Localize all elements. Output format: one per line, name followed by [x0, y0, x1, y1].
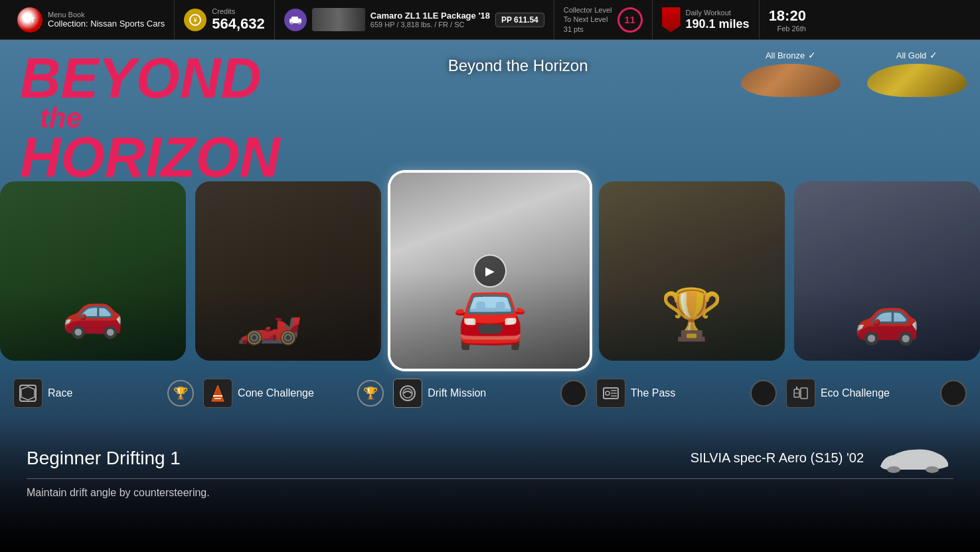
pp-badge: PP 611.54: [495, 13, 544, 27]
time-section: 18:20 Feb 26th: [760, 0, 815, 39]
bronze-check: ✓: [808, 50, 816, 60]
svg-point-13: [606, 391, 610, 395]
collector-section: Collector Level To Next Level 31 pts 11: [554, 0, 653, 39]
label-pass: The Pass: [596, 379, 777, 408]
svg-rect-20: [801, 388, 807, 399]
svg-point-4: [290, 22, 293, 25]
bronze-car-shape: [741, 64, 841, 97]
collector-label: Collector Level: [564, 5, 612, 15]
card-pass[interactable]: 🏆: [599, 181, 785, 361]
race-description: Maintain drift angle by countersteering.: [27, 487, 953, 499]
credits-value: 564,632: [212, 15, 265, 33]
main-content: Beyond the Horizon Beyond the Horizon Al…: [0, 40, 980, 552]
daily-value: 190.1 miles: [686, 17, 750, 31]
credits-label: Credits: [212, 7, 265, 15]
card-race[interactable]: 🚗: [0, 181, 186, 361]
eco-label: Eco Challenge: [821, 387, 935, 399]
daily-section: Daily Workout 190.1 miles: [653, 0, 760, 39]
label-cone: Cone Challenge 🏆: [203, 379, 384, 408]
menu-info: Menu Book Collection: Nissan Sports Cars: [48, 11, 165, 29]
collection-label: Collection: Nissan Sports Cars: [48, 19, 165, 29]
daily-label: Daily Workout: [686, 8, 750, 17]
credits-icon: ¥: [184, 9, 206, 31]
drift-label: Drift Mission: [428, 387, 555, 399]
collector-level: 11: [617, 7, 643, 33]
labels-row: Race 🏆 Cone Challenge 🏆 Drift Mission Th…: [0, 379, 980, 408]
car-info: Camaro ZL1 1LE Package '18 659 HP / 3,81…: [370, 11, 490, 29]
cone-label: Cone Challenge: [238, 387, 352, 399]
credits-section: ¥ Credits 564,632: [175, 0, 275, 39]
gold-label: All Gold ✓: [896, 50, 938, 60]
card-drift[interactable]: 🚘 ▶: [390, 173, 590, 369]
current-time: 18:20: [769, 7, 806, 25]
car-icon: [284, 9, 307, 31]
title-horizon: Horizon: [20, 132, 280, 183]
drift-icon: [393, 379, 422, 408]
pass-label: The Pass: [631, 387, 745, 399]
drift-status: [560, 380, 587, 407]
gold-reward: All Gold ✓: [867, 50, 967, 97]
bronze-label: All Bronze ✓: [766, 50, 816, 60]
cone-trophy: 🏆: [357, 380, 384, 407]
svg-point-5: [298, 22, 301, 25]
pass-status: [750, 380, 777, 407]
gt-logo-section: GT Menu Book Collection: Nissan Sports C…: [8, 0, 175, 39]
current-date: Feb 26th: [769, 25, 806, 33]
title-beyond: Beyond: [20, 53, 280, 104]
car-silhouette: [874, 443, 953, 473]
cone-icon: [203, 379, 232, 408]
race-label: Race: [48, 387, 162, 399]
topbar: GT Menu Book Collection: Nissan Sports C…: [0, 0, 980, 40]
race-title-row: Beginner Drifting 1 SILVIA spec-R Aero (…: [27, 443, 953, 473]
label-race: Race 🏆: [13, 379, 194, 408]
cards-row: 🚗 🏎️ 🚘 ▶ 🏆 🚗: [0, 173, 980, 369]
svg-point-22: [926, 466, 939, 473]
label-eco: Eco Challenge: [786, 379, 967, 408]
label-drift: Drift Mission: [393, 379, 587, 408]
gold-check: ✓: [930, 50, 938, 60]
card-cone[interactable]: 🏎️: [195, 181, 381, 361]
menu-label: Menu Book: [48, 11, 165, 19]
svg-text:¥: ¥: [193, 17, 198, 24]
daily-icon: [662, 7, 681, 33]
car-thumbnail: [312, 8, 365, 31]
time-info: 18:20 Feb 26th: [769, 7, 806, 33]
pass-icon: [596, 379, 625, 408]
race-icon: [13, 379, 42, 408]
credits-info: Credits 564,632: [212, 7, 265, 33]
play-button[interactable]: ▶: [473, 254, 507, 288]
collector-pts: 31 pts: [564, 25, 612, 34]
eco-icon: [786, 379, 815, 408]
svg-rect-6: [20, 385, 36, 401]
car-name-right: SILVIA spec-R Aero (S15) '02: [691, 443, 953, 473]
race-trophy: 🏆: [167, 380, 194, 407]
car-name: Camaro ZL1 1LE Package '18: [370, 11, 490, 21]
rewards-section: All Bronze ✓ All Gold ✓: [741, 50, 967, 97]
bronze-reward: All Bronze ✓: [741, 50, 841, 97]
next-level-label: To Next Level: [564, 15, 612, 24]
car-section[interactable]: Camaro ZL1 1LE Package '18 659 HP / 3,81…: [275, 0, 554, 39]
race-title: Beginner Drifting 1: [27, 448, 181, 469]
eco-status: [940, 380, 967, 407]
gold-car-shape: [867, 64, 967, 97]
event-title-large: Beyond the Horizon: [20, 53, 280, 183]
car-name-text: SILVIA spec-R Aero (S15) '02: [691, 450, 864, 466]
svg-rect-3: [291, 17, 298, 20]
card-eco[interactable]: 🚗: [794, 181, 980, 361]
center-title: Beyond the Horizon: [448, 56, 588, 75]
car-stats: 659 HP / 3,818 lbs. / FR / SC: [370, 21, 490, 29]
gt-logo: GT: [17, 7, 42, 33]
collector-info: Collector Level To Next Level 31 pts: [564, 5, 612, 34]
svg-point-21: [887, 466, 900, 473]
bottom-info: Beginner Drifting 1 SILVIA spec-R Aero (…: [27, 443, 953, 499]
divider: [27, 478, 953, 479]
daily-info: Daily Workout 190.1 miles: [686, 8, 750, 31]
